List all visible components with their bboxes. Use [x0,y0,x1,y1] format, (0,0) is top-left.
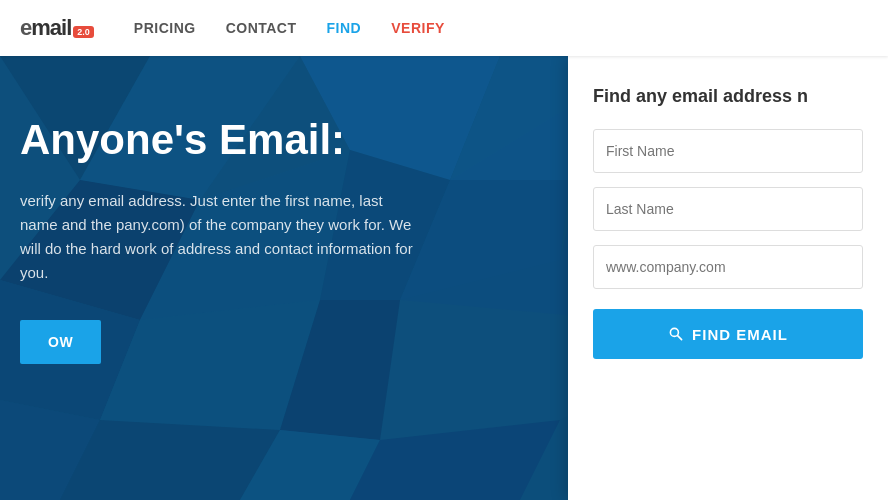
nav-pricing[interactable]: PRICING [134,20,196,36]
hero-title: Anyone's Email: [20,116,500,164]
logo[interactable]: email 2.0 [20,15,94,41]
company-input[interactable] [593,245,863,289]
nav-find[interactable]: FIND [327,20,362,36]
logo-text: email [20,15,71,41]
logo-badge: 2.0 [73,26,94,38]
hero-description: verify any email address. Just enter the… [20,189,420,285]
search-icon [668,326,684,342]
svg-line-21 [678,336,682,340]
hero-cta-button[interactable]: OW [20,320,101,364]
nav-links: PRICING CONTACT FIND VERIFY [134,19,445,37]
hero-section: Anyone's Email: verify any email address… [0,0,888,500]
find-email-card: Find any email address n FIND EMAIL [568,56,888,500]
find-email-button[interactable]: FIND EMAIL [593,309,863,359]
first-name-input[interactable] [593,129,863,173]
find-card-title: Find any email address n [593,86,863,107]
last-name-input[interactable] [593,187,863,231]
hero-text-block: Anyone's Email: verify any email address… [20,116,500,364]
navbar: email 2.0 PRICING CONTACT FIND VERIFY [0,0,888,56]
nav-verify[interactable]: VERIFY [391,20,445,36]
nav-contact[interactable]: CONTACT [226,20,297,36]
